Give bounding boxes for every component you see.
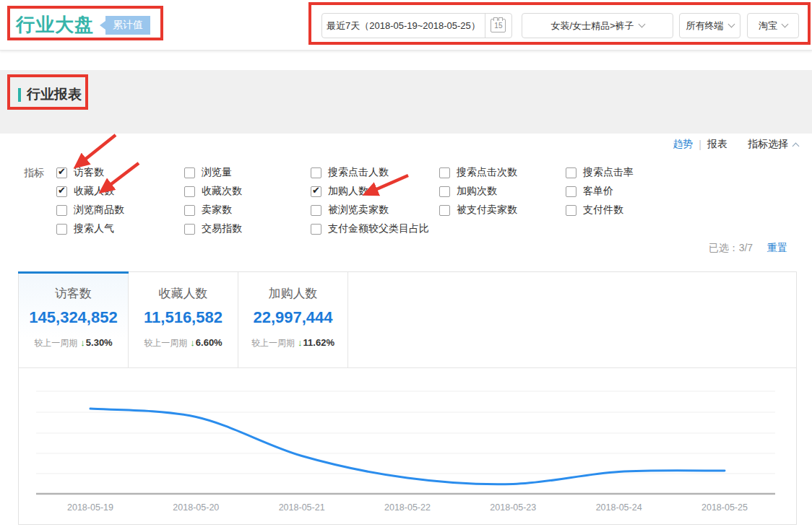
metric-value: 22,997,444 (238, 308, 347, 327)
badge-label: 累计值 (105, 16, 150, 35)
platform-dropdown[interactable]: 淘宝 (747, 13, 799, 38)
chart-canvas[interactable] (19, 368, 796, 524)
checkbox[interactable] (311, 186, 321, 197)
header: 行业大盘 累计值 最近7天（2018-05-19~2018-05-25） 15 … (0, 0, 812, 51)
date-range-picker[interactable]: 最近7天（2018-05-19~2018-05-25） 15 (321, 13, 512, 38)
metric-tab-strip: 访客数 145,324,852 较上一周期↓5.30% 收藏人数 11,516,… (19, 272, 796, 368)
x-axis-label: 2018-05-23 (473, 502, 553, 513)
checkbox[interactable] (56, 186, 67, 197)
page-title: 行业大盘 累计值 (16, 12, 150, 38)
checkbox[interactable] (184, 186, 195, 197)
checkbox-item[interactable]: 访客数 (56, 167, 124, 178)
chevron-down-icon (782, 21, 789, 28)
checkbox[interactable] (566, 167, 576, 178)
section-title-text: 行业报表 (27, 85, 82, 104)
checkbox-item[interactable]: 搜索点击率 (566, 167, 634, 178)
checkbox[interactable] (56, 205, 67, 216)
checkbox-item[interactable]: 被支付卖家数 (439, 204, 517, 216)
cumulative-badge: 累计值 (100, 16, 150, 35)
down-arrow-icon: ↓ (190, 337, 195, 348)
indicator-select-toggle[interactable]: 指标选择 (748, 138, 788, 151)
metric-tab-visitors[interactable]: 访客数 145,324,852 较上一周期↓5.30% (19, 272, 129, 367)
metric-delta: 较上一周期↓6.60% (129, 337, 238, 349)
divider: | (699, 139, 701, 150)
chevron-down-icon (727, 21, 735, 28)
checkbox[interactable] (184, 224, 195, 235)
section-band: 行业报表 (0, 70, 812, 134)
checkbox[interactable] (566, 205, 576, 216)
tab-trend[interactable]: 趋势 (673, 138, 693, 151)
checkbox-item[interactable]: 搜索人气 (56, 223, 124, 235)
page-title-text: 行业大盘 (16, 12, 94, 38)
gridlines (36, 391, 775, 474)
checkbox-item[interactable]: 客单价 (566, 186, 634, 197)
checkbox-item[interactable]: 收藏次数 (184, 186, 242, 197)
metric-value: 145,324,852 (19, 308, 128, 327)
trend-chart-card: 访客数 145,324,852 较上一周期↓5.30% 收藏人数 11,516,… (18, 271, 797, 525)
date-range-value: 最近7天（2018-05-19~2018-05-25） (322, 19, 485, 32)
metric-delta: 较上一周期↓11.62% (238, 337, 347, 349)
checkbox-item[interactable]: 被浏览卖家数 (311, 204, 429, 216)
metric-value: 11,516,582 (129, 308, 238, 327)
x-axis-label: 2018-05-20 (156, 502, 236, 513)
indicator-column: 搜索点击次数 加购次数 被支付卖家数 (439, 167, 517, 223)
checkbox[interactable] (56, 224, 67, 235)
checkbox[interactable] (184, 205, 195, 216)
checkbox-item[interactable]: 交易指数 (184, 223, 242, 235)
section-title-bar (18, 88, 21, 102)
checkbox-item[interactable]: 加购次数 (439, 186, 517, 197)
indicator-column: 浏览量 收藏次数 卖家数 交易指数 (184, 167, 242, 242)
checkbox-item[interactable]: 支付件数 (566, 204, 634, 216)
checkbox-item[interactable]: 支付金额较父类目占比 (311, 223, 429, 235)
tab-report[interactable]: 报表 (707, 138, 727, 151)
x-axis-label: 2018-05-19 (51, 502, 130, 513)
category-value: 女装/女士精品>裤子 (550, 19, 634, 32)
indicator-column: 搜索点击人数 加购人数 被浏览卖家数 支付金额较父类目占比 (311, 167, 429, 242)
checkbox-item[interactable]: 卖家数 (184, 204, 242, 216)
checkbox-item[interactable]: 浏览量 (184, 167, 242, 178)
checkbox-item[interactable]: 浏览商品数 (56, 204, 124, 216)
line-chart[interactable]: 2018-05-192018-05-202018-05-212018-05-22… (19, 368, 796, 524)
indicators-label: 指标 (24, 167, 44, 180)
checkbox[interactable] (439, 167, 450, 178)
checkbox-item[interactable]: 搜索点击次数 (439, 167, 517, 178)
section-title: 行业报表 (18, 85, 82, 104)
checkbox[interactable] (311, 224, 321, 235)
checkbox[interactable] (439, 186, 450, 197)
chevron-up-icon (792, 142, 800, 149)
terminal-dropdown[interactable]: 所有终端 (679, 13, 740, 38)
terminal-value: 所有终端 (686, 19, 724, 32)
selection-summary: 已选：3/7 重置 (709, 242, 787, 255)
badge-arrow-left-icon (100, 21, 105, 30)
checkbox[interactable] (439, 205, 450, 216)
checkbox-item[interactable]: 加购人数 (311, 186, 429, 197)
calendar-button[interactable]: 15 (485, 14, 511, 38)
down-arrow-icon: ↓ (80, 337, 85, 348)
checkbox[interactable] (311, 167, 321, 178)
metric-tab-favorites[interactable]: 收藏人数 11,516,582 较上一周期↓6.60% (129, 272, 238, 367)
reset-button[interactable]: 重置 (767, 242, 787, 253)
metric-delta: 较上一周期↓5.30% (19, 337, 128, 349)
checkbox[interactable] (56, 167, 67, 178)
page-root: 行业大盘 累计值 最近7天（2018-05-19~2018-05-25） 15 … (0, 0, 812, 527)
metric-tab-cart[interactable]: 加购人数 22,997,444 较上一周期↓11.62% (238, 272, 348, 367)
indicator-column: 搜索点击率 客单价 支付件数 (566, 167, 634, 223)
x-axis-label: 2018-05-21 (262, 502, 342, 513)
checkbox-item[interactable]: 收藏人数 (56, 186, 124, 197)
view-switcher: 趋势 | 报表 指标选择 (673, 138, 798, 151)
x-axis-label: 2018-05-24 (579, 502, 659, 513)
indicator-column: 访客数 收藏人数 浏览商品数 搜索人气 (56, 167, 124, 242)
selected-count: 已选：3/7 (709, 242, 753, 253)
checkbox[interactable] (184, 167, 195, 178)
down-arrow-icon: ↓ (298, 337, 303, 348)
report-panel: 趋势 | 报表 指标选择 指标 访客数 收藏人数 浏览商品数 搜索人气 浏览量 … (0, 134, 812, 525)
chevron-down-icon (638, 21, 645, 28)
calendar-icon: 15 (491, 19, 506, 32)
category-dropdown[interactable]: 女装/女士精品>裤子 (522, 13, 673, 38)
checkbox[interactable] (311, 205, 321, 216)
checkbox-item[interactable]: 搜索点击人数 (311, 167, 429, 178)
checkbox[interactable] (566, 186, 576, 197)
trend-line-series (90, 409, 725, 484)
x-axis-label: 2018-05-25 (685, 502, 764, 513)
x-axis-label: 2018-05-22 (368, 502, 447, 513)
